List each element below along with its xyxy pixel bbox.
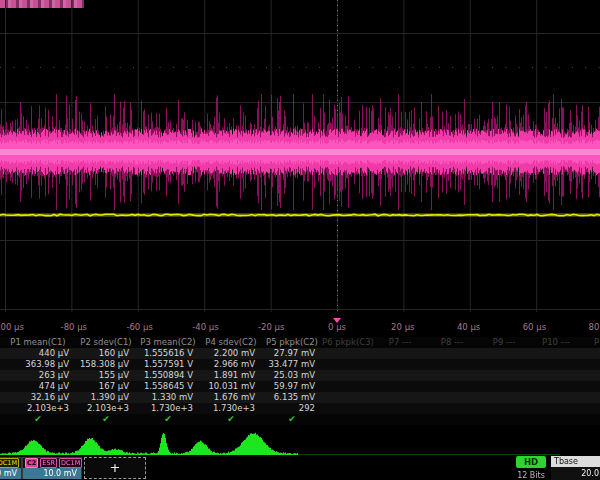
param-header: P2 sdev(C1) (76, 337, 136, 348)
param-value: 440 µV (0, 348, 76, 359)
channel-c2-descriptor[interactable]: C2 ESR DC1M 10.0 mV (22, 457, 82, 479)
param-header: P8 --- (426, 337, 478, 348)
param-value: 1.550894 V (136, 370, 200, 381)
param-value (478, 403, 530, 414)
param-value: 33.477 mV (262, 359, 322, 370)
param-value (322, 370, 374, 381)
param-value: 2.200 mV (200, 348, 262, 359)
time-tick-label: 60 µs (523, 322, 546, 332)
param-value: 158.308 µV (76, 359, 136, 370)
param-status-check (530, 414, 582, 425)
param-value: 2.103e+3 (76, 403, 136, 414)
param-value (582, 392, 600, 403)
param-value (478, 348, 530, 359)
param-value: 167 µV (76, 381, 136, 392)
param-header: P9 --- (478, 337, 530, 348)
timebase-title: Tbase (551, 456, 600, 467)
param-value (374, 392, 426, 403)
trigger-position-marker (333, 318, 341, 323)
c2-channel-tag: C2 (25, 458, 38, 468)
param-value (530, 403, 582, 414)
time-tick-label: -40 µs (192, 322, 218, 332)
measure-table[interactable]: P1 mean(C1)P2 sdev(C1)P3 mean(C2)P4 sdev… (0, 337, 600, 425)
param-value (426, 359, 478, 370)
c1-vdiv-value: 0 mV (0, 468, 21, 479)
param-value (478, 381, 530, 392)
param-value: 363.98 µV (0, 359, 76, 370)
param-value: 59.97 mV (262, 381, 322, 392)
c2-esr-badge: ESR (40, 458, 57, 468)
waveform-display[interactable] (0, 0, 600, 318)
param-header: P10 --- (530, 337, 582, 348)
param-value (478, 359, 530, 370)
param-value (530, 359, 582, 370)
param-header: P11 --- (582, 337, 600, 348)
param-value: 25.03 mV (262, 370, 322, 381)
param-status-check (426, 414, 478, 425)
param-status-check: ✔ (136, 414, 200, 425)
param-header: P3 mean(C2) (136, 337, 200, 348)
param-value (322, 403, 374, 414)
hd-mode-badge[interactable]: HD (516, 456, 546, 468)
param-value (322, 392, 374, 403)
trace-canvas (0, 0, 600, 318)
param-value (374, 403, 426, 414)
param-value (478, 392, 530, 403)
param-value (582, 381, 600, 392)
param-value (582, 403, 600, 414)
param-value (374, 370, 426, 381)
param-value (374, 381, 426, 392)
param-value: 1.676 mV (200, 392, 262, 403)
param-status-check: ✔ (262, 414, 322, 425)
param-status-check: ✔ (200, 414, 262, 425)
param-value (530, 392, 582, 403)
timebase-value: 20.0 (551, 467, 600, 478)
param-value (478, 370, 530, 381)
param-header: P1 mean(C1) (0, 337, 76, 348)
param-value (530, 381, 582, 392)
param-value: 1.730e+3 (136, 403, 200, 414)
param-value: 263 µV (0, 370, 76, 381)
param-value (426, 381, 478, 392)
param-status-check (322, 414, 374, 425)
time-tick-label: -20 µs (258, 322, 284, 332)
channel-c1-descriptor[interactable]: DC1M 0 mV (0, 457, 22, 479)
param-status-check: ✔ (0, 414, 76, 425)
param-value: 2.103e+3 (0, 403, 76, 414)
param-header: P6 pkpk(C3) (322, 337, 374, 348)
param-value: 1.891 mV (200, 370, 262, 381)
param-value (322, 359, 374, 370)
param-value: 1.330 mV (136, 392, 200, 403)
param-header: P5 pkpk(C2) (262, 337, 322, 348)
param-value (582, 370, 600, 381)
time-tick-label: -100 µs (0, 322, 24, 332)
c2-vdiv-value: 10.0 mV (23, 468, 81, 479)
param-value (582, 359, 600, 370)
time-tick-label: 20 µs (391, 322, 414, 332)
c2-coupling-badge: DC1M (59, 458, 82, 468)
time-tick-label: 40 µs (457, 322, 480, 332)
param-value (322, 381, 374, 392)
time-tick-label: 80 µs (589, 322, 600, 332)
param-value: 474 µV (0, 381, 76, 392)
add-trace-button[interactable]: + (84, 457, 146, 479)
param-value (374, 359, 426, 370)
timebase-descriptor[interactable]: Tbase 20.0 (551, 456, 600, 480)
param-value: 155 µV (76, 370, 136, 381)
param-value: 27.97 mV (262, 348, 322, 359)
hd-bits-label: 12 Bits (514, 471, 548, 480)
param-value: 1.557591 V (136, 359, 200, 370)
param-value (322, 348, 374, 359)
param-value: 6.135 mV (262, 392, 322, 403)
param-value (426, 348, 478, 359)
param-value (426, 370, 478, 381)
param-value: 1.390 µV (76, 392, 136, 403)
param-value: 292 (262, 403, 322, 414)
param-status-check: ✔ (76, 414, 136, 425)
param-value: 32.16 µV (0, 392, 76, 403)
param-value (374, 348, 426, 359)
param-value: 2.966 mV (200, 359, 262, 370)
time-tick-label: -60 µs (126, 322, 152, 332)
time-axis: -100 µs-80 µs-60 µs-40 µs-20 µs0 µs20 µs… (0, 318, 600, 336)
param-status-check (374, 414, 426, 425)
